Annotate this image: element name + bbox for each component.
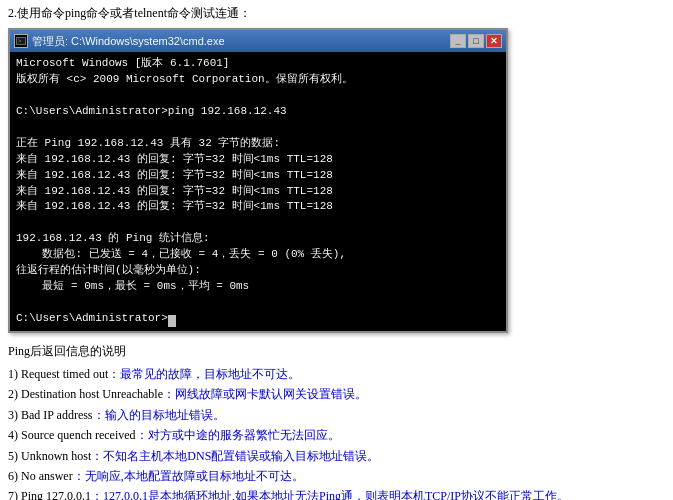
cmd-window: 管理员: C:\Windows\system32\cmd.exe _ □ ✕ M… (8, 28, 508, 333)
item-desc-1: ：最常见的故障，目标地址不可达。 (108, 367, 300, 381)
cmd-line-8: 来自 192.168.12.43 的回复: 字节=32 时间<1ms TTL=1… (16, 168, 500, 184)
cmd-title-text: 管理员: C:\Windows\system32\cmd.exe (32, 34, 225, 49)
item-label-4: Source quench received (21, 428, 136, 442)
item-label-5: Unknown host (21, 449, 91, 463)
item-desc-4: ：对方或中途的服务器繁忙无法回应。 (136, 428, 340, 442)
ping-list: 1) Request timed out：最常见的故障，目标地址不可达。 2) … (8, 364, 665, 500)
item-num-3: 3) (8, 408, 21, 422)
list-item: 6) No answer：无响应,本地配置故障或目标地址不可达。 (8, 466, 665, 486)
list-item: 3) Bad IP address：输入的目标地址错误。 (8, 405, 665, 425)
maximize-button[interactable]: □ (468, 34, 484, 48)
cmd-line-10: 来自 192.168.12.43 的回复: 字节=32 时间<1ms TTL=1… (16, 199, 500, 215)
item-label-1: Request timed out (21, 367, 108, 381)
cmd-line-12: 192.168.12.43 的 Ping 统计信息: (16, 231, 500, 247)
item-desc-3: ：输入的目标地址错误。 (93, 408, 225, 422)
cmd-line-7: 来自 192.168.12.43 的回复: 字节=32 时间<1ms TTL=1… (16, 152, 500, 168)
cmd-line-9: 来自 192.168.12.43 的回复: 字节=32 时间<1ms TTL=1… (16, 184, 500, 200)
cmd-titlebar-left: 管理员: C:\Windows\system32\cmd.exe (14, 34, 225, 49)
cmd-line-13: 数据包: 已发送 = 4，已接收 = 4，丢失 = 0 (0% 丢失), (16, 247, 500, 263)
cmd-line-4: C:\Users\Administrator>ping 192.168.12.4… (16, 104, 500, 120)
cmd-line-3 (16, 88, 500, 104)
list-item: 5) Unknown host：不知名主机本地DNS配置错误或输入目标地址错误。 (8, 446, 665, 466)
minimize-button[interactable]: _ (450, 34, 466, 48)
ping-section-title: Ping后返回信息的说明 (8, 343, 665, 360)
item-num-4: 4) (8, 428, 21, 442)
item-label-2: Destination host Unreachable (21, 387, 163, 401)
item-desc-5: ：不知名主机本地DNS配置错误或输入目标地址错误。 (91, 449, 379, 463)
cmd-line-17: C:\Users\Administrator> (16, 311, 500, 327)
page-container: 2.使用命令ping命令或者telnent命令测试连通： 管理员: C:\Win… (0, 0, 673, 500)
cmd-titlebar: 管理员: C:\Windows\system32\cmd.exe _ □ ✕ (10, 30, 506, 52)
cmd-line-6: 正在 Ping 192.168.12.43 具有 32 字节的数据: (16, 136, 500, 152)
cmd-line-11 (16, 215, 500, 231)
cmd-cursor (168, 315, 176, 327)
ping-info-section: Ping后返回信息的说明 1) Request timed out：最常见的故障… (8, 343, 665, 500)
close-button[interactable]: ✕ (486, 34, 502, 48)
item-num-1: 1) (8, 367, 21, 381)
cmd-app-icon (14, 34, 28, 48)
list-item: 2) Destination host Unreachable：网线故障或网卡默… (8, 384, 665, 404)
item-desc-6: ：无响应,本地配置故障或目标地址不可达。 (73, 469, 304, 483)
item-num-7: 7) (8, 489, 21, 500)
item-num-2: 2) (8, 387, 21, 401)
item-desc-2: ：网线故障或网卡默认网关设置错误。 (163, 387, 367, 401)
item-num-5: 5) (8, 449, 21, 463)
cmd-line-1: Microsoft Windows [版本 6.1.7601] (16, 56, 500, 72)
instruction-line: 2.使用命令ping命令或者telnent命令测试连通： (8, 4, 665, 22)
item-label-6: No answer (21, 469, 73, 483)
cmd-line-15: 最短 = 0ms，最长 = 0ms，平均 = 0ms (16, 279, 500, 295)
item-desc-7: ：127.0.0.1是本地循环地址,如果本地址无法Ping通，则表明本机TCP/… (91, 489, 569, 500)
item-num-6: 6) (8, 469, 21, 483)
cmd-body: Microsoft Windows [版本 6.1.7601] 版权所有 <c>… (10, 52, 506, 331)
cmd-line-16 (16, 295, 500, 311)
cmd-window-controls: _ □ ✕ (450, 34, 502, 48)
item-label-3: Bad IP address (21, 408, 93, 422)
cmd-line-14: 往返行程的估计时间(以毫秒为单位): (16, 263, 500, 279)
list-item: 1) Request timed out：最常见的故障，目标地址不可达。 (8, 364, 665, 384)
cmd-line-5 (16, 120, 500, 136)
item-label-7: Ping 127.0.0.1 (21, 489, 91, 500)
cmd-line-2: 版权所有 <c> 2009 Microsoft Corporation。保留所有… (16, 72, 500, 88)
list-item: 7) Ping 127.0.0.1：127.0.0.1是本地循环地址,如果本地址… (8, 486, 665, 500)
list-item: 4) Source quench received：对方或中途的服务器繁忙无法回… (8, 425, 665, 445)
